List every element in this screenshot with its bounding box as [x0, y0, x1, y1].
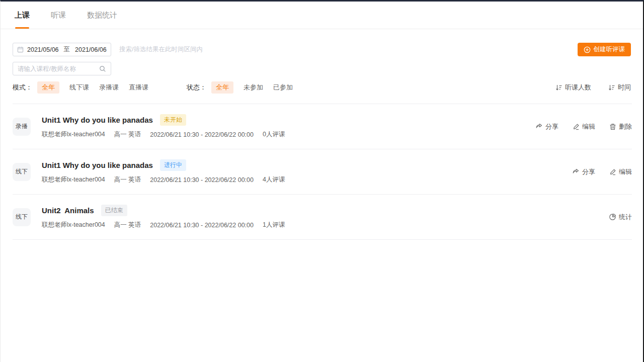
status-option-all[interactable]: 全年 — [211, 81, 233, 94]
sort-controls: 听课人数 时间 — [555, 83, 631, 92]
course-time: 2022/06/21 10:30 - 2022/06/22 00:00 — [150, 176, 254, 184]
date-start[interactable]: 2021/05/06 — [27, 46, 59, 53]
statistics-button[interactable]: 统计 — [609, 213, 632, 222]
mode-filter-label: 模式： — [13, 83, 32, 92]
status-option-joined[interactable]: 已参加 — [273, 81, 293, 94]
sort-by-attendance[interactable]: 听课人数 — [555, 83, 591, 92]
delete-button[interactable]: 删除 — [609, 122, 632, 131]
mode-option-live[interactable]: 直播课 — [129, 81, 148, 94]
create-review-class-button[interactable]: 创建听评课 — [578, 43, 631, 56]
sort-by-time[interactable]: 时间 — [608, 83, 631, 92]
course-list: 录播 Unit1 Why do you like panadas 未开始 联想老… — [13, 104, 632, 240]
course-type-badge: 线下 — [13, 208, 31, 226]
course-grade-subject: 高一 英语 — [114, 221, 141, 229]
course-info: Unit1 Why do you like panadas 进行中 联想老师lx… — [42, 159, 285, 184]
status-filter-label: 状态： — [187, 83, 206, 92]
mode-option-recorded[interactable]: 录播课 — [99, 81, 119, 94]
search-icon[interactable] — [99, 65, 106, 72]
course-time: 2022/06/21 10:30 - 2022/06/22 00:00 — [150, 131, 254, 138]
calendar-icon — [17, 46, 24, 53]
course-row: 录播 Unit1 Why do you like panadas 未开始 联想老… — [13, 104, 632, 149]
date-filter-row: 2021/05/06 至 2021/06/06 搜索/筛选结果在此时间区间内 — [13, 43, 203, 56]
plus-circle-icon — [584, 46, 591, 53]
course-management-page: 上课 听课 数据统计 2021/05/06 至 2021/06/06 搜索/筛选… — [0, 0, 644, 362]
course-type-badge: 线下 — [13, 163, 31, 181]
course-actions: 统计 — [609, 213, 632, 222]
course-info: Unit1 Why do you like panadas 未开始 联想老师lx… — [42, 114, 285, 139]
share-button[interactable]: 分享 — [572, 167, 595, 176]
share-icon — [535, 123, 543, 130]
status-badge: 进行中 — [160, 159, 186, 171]
course-teacher: 联想老师lx-teacher004 — [42, 221, 105, 229]
status-option-not-joined[interactable]: 未参加 — [244, 81, 263, 94]
edit-pencil-icon — [609, 168, 616, 175]
pie-chart-icon — [609, 213, 616, 221]
course-search-box — [13, 62, 111, 75]
course-actions: 分享 编辑 — [535, 122, 632, 131]
filter-row: 模式： 全年 线下课 录播课 直播课 状态： 全年 未参加 已参加 听课人 — [13, 81, 631, 94]
tab-data-statistics[interactable]: 数据统计 — [87, 2, 117, 29]
tab-teaching[interactable]: 上课 — [15, 2, 30, 29]
share-icon — [572, 168, 580, 175]
course-time: 2022/06/21 10:30 - 2022/06/22 00:00 — [150, 222, 254, 229]
mode-option-all[interactable]: 全年 — [37, 81, 59, 94]
course-review-count: 1人评课 — [263, 221, 285, 229]
course-row: 线下 Unit2 Animals 已结束 联想老师lx-teacher004 高… — [13, 195, 632, 240]
search-input[interactable] — [18, 65, 99, 72]
status-badge: 已结束 — [101, 205, 127, 216]
mode-option-offline[interactable]: 线下课 — [69, 81, 89, 94]
top-tab-bar: 上课 听课 数据统计 — [1, 2, 643, 29]
date-range-picker[interactable]: 2021/05/06 至 2021/06/06 — [13, 43, 111, 56]
course-info: Unit2 Animals 已结束 联想老师lx-teacher004 高一 英… — [42, 205, 285, 229]
course-grade-subject: 高一 英语 — [114, 130, 141, 139]
edit-button[interactable]: 编辑 — [573, 122, 595, 131]
sort-descending-icon — [608, 84, 615, 91]
course-title: Unit1 Why do you like panadas — [42, 161, 153, 169]
course-teacher: 联想老师lx-teacher004 — [42, 175, 105, 184]
edit-button[interactable]: 编辑 — [609, 167, 632, 176]
date-range-hint: 搜索/筛选结果在此时间区间内 — [119, 45, 203, 54]
status-badge: 未开始 — [160, 114, 186, 126]
course-type-badge: 录播 — [13, 118, 31, 136]
sort-descending-icon — [555, 84, 562, 91]
trash-icon — [609, 123, 616, 130]
course-row: 线下 Unit1 Why do you like panadas 进行中 联想老… — [13, 149, 632, 195]
course-title: Unit1 Why do you like panadas — [42, 116, 153, 124]
share-button[interactable]: 分享 — [535, 122, 558, 131]
course-review-count: 4人评课 — [263, 175, 285, 184]
date-end[interactable]: 2021/06/06 — [75, 46, 107, 53]
edit-pencil-icon — [573, 123, 580, 130]
course-teacher: 联想老师lx-teacher004 — [42, 130, 105, 139]
course-grade-subject: 高一 英语 — [114, 175, 141, 184]
course-title: Unit2 Animals — [42, 206, 94, 215]
date-separator: 至 — [64, 45, 70, 54]
course-actions: 分享 编辑 — [572, 167, 632, 176]
course-review-count: 0人评课 — [263, 130, 285, 139]
tab-listening[interactable]: 听课 — [51, 2, 66, 29]
